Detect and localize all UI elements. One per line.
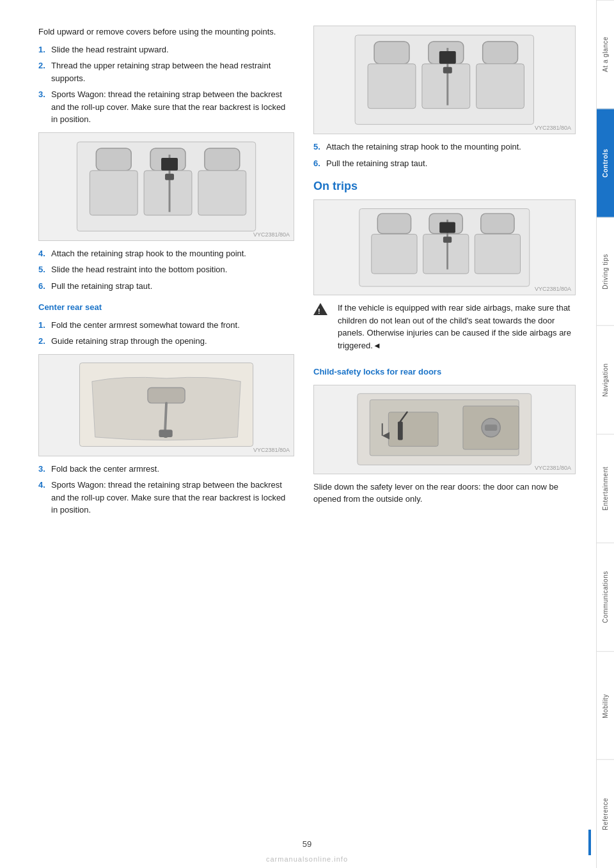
list-item: 4. Attach the retaining strap hook to th… — [38, 247, 294, 260]
sidebar-tab-reference[interactable]: Reference — [597, 759, 614, 868]
svg-rect-3 — [205, 148, 240, 171]
warning-icon — [313, 303, 327, 315]
warning-text: If the vehicle is equipped with rear sid… — [338, 302, 576, 352]
sidebar-tab-communications[interactable]: Communications — [597, 543, 614, 651]
step-number: 3. — [38, 463, 51, 476]
step-number: 6. — [313, 157, 326, 170]
svg-rect-33 — [439, 222, 455, 233]
illus-label-1: VYC2381/80A — [253, 231, 290, 238]
svg-rect-40 — [485, 424, 497, 431]
step-number: 5. — [38, 263, 51, 276]
step-text: Fold back the center armrest. — [51, 463, 294, 476]
svg-rect-23 — [439, 51, 456, 64]
svg-rect-8 — [165, 174, 174, 180]
svg-rect-13 — [159, 430, 172, 438]
list-item: 6. Pull the retaining strap taut. — [38, 280, 294, 293]
step-text: Thread the upper retaining strap between… — [51, 59, 294, 84]
illus-label-2: VYC2381/80A — [253, 447, 290, 453]
step-number: 1. — [38, 319, 51, 332]
sidebar: At a glance Controls Driving tips Naviga… — [596, 0, 614, 868]
step-number: 4. — [38, 247, 51, 260]
step-number: 4. — [38, 479, 51, 516]
center-rear-seat-heading: Center rear seat — [38, 301, 294, 314]
steps-right-top: 5. Attach the retaining strap hook to th… — [313, 141, 576, 169]
child-safety-text: Slide down the safety lever on the rear … — [313, 481, 576, 506]
list-item: 5. Slide the head restraint into the bot… — [38, 263, 294, 276]
child-safety-heading: Child-safety locks for rear doors — [313, 366, 576, 378]
svg-rect-6 — [198, 171, 246, 215]
page-marker — [588, 830, 591, 855]
right-column: VYC2381/80A 5. Attach the retaining stra… — [307, 26, 576, 842]
illus-label-3: VYC2381/80A — [535, 125, 571, 131]
list-item: 1. Fold the center armrest somewhat towa… — [38, 319, 294, 332]
left-column: Fold upward or remove covers before usin… — [38, 26, 307, 842]
step-text: Pull the retaining strap taut. — [326, 157, 576, 170]
step-text: Slide the head restraint into the bottom… — [51, 263, 294, 276]
steps-top-list: 1. Slide the head restraint upward. 2. T… — [38, 43, 294, 126]
svg-rect-9 — [161, 158, 178, 171]
list-item: 3. Fold back the center armrest. — [38, 463, 294, 476]
svg-rect-25 — [378, 213, 411, 233]
svg-rect-37 — [398, 421, 403, 440]
illustration-2: VYC2381/80A — [38, 354, 294, 456]
page-number: 59 — [303, 839, 311, 849]
step-text: Fold the center armrest somewhat toward … — [51, 319, 294, 332]
svg-rect-20 — [476, 64, 524, 109]
steps-mid-list: 4. Attach the retaining strap hook to th… — [38, 247, 294, 293]
svg-rect-30 — [475, 234, 520, 274]
on-trips-heading: On trips — [313, 180, 576, 193]
list-item: 4. Sports Wagon: thread the retaining st… — [38, 479, 294, 516]
step-number: 3. — [38, 88, 51, 126]
step-text: Slide the head restraint upward. — [51, 43, 294, 56]
sidebar-tab-entertainment[interactable]: Entertainment — [597, 434, 614, 543]
svg-rect-27 — [481, 213, 514, 233]
illustration-4: VYC2381/80A — [313, 199, 576, 295]
list-item: 5. Attach the retaining strap hook to th… — [313, 141, 576, 153]
step-number: 2. — [38, 59, 51, 84]
illustration-3: VYC2381/80A — [313, 26, 576, 134]
step-text: Pull the retaining strap taut. — [51, 280, 294, 293]
step-number: 5. — [313, 141, 326, 153]
svg-rect-18 — [368, 64, 416, 109]
sidebar-tab-navigation[interactable]: Navigation — [597, 325, 614, 434]
svg-rect-22 — [443, 67, 452, 74]
list-item: 3. Sports Wagon: thread the retaining st… — [38, 88, 294, 126]
warning-box: If the vehicle is equipped with rear sid… — [313, 302, 576, 357]
illus-label-4: VYC2381/80A — [535, 286, 571, 292]
steps-center-list: 1. Fold the center armrest somewhat towa… — [38, 319, 294, 348]
sidebar-tab-at-a-glance[interactable]: At a glance — [597, 0, 614, 109]
step-number: 1. — [38, 43, 51, 56]
step-text: Guide retaining strap through the openin… — [51, 335, 294, 348]
step-text: Attach the retaining strap hook to the m… — [51, 247, 294, 260]
illus-label-5: VYC2381/80A — [535, 465, 571, 471]
illustration-1: VYC2381/80A — [38, 132, 294, 241]
svg-rect-32 — [443, 236, 452, 242]
step-text: Sports Wagon: thread the retaining strap… — [51, 88, 294, 126]
step-number: 6. — [38, 280, 51, 293]
svg-rect-15 — [374, 42, 409, 64]
svg-rect-11 — [148, 388, 185, 403]
list-item: 1. Slide the head restraint upward. — [38, 43, 294, 56]
sidebar-tab-controls[interactable]: Controls — [597, 109, 614, 217]
list-item: 2. Guide retaining strap through the ope… — [38, 335, 294, 348]
svg-rect-17 — [483, 42, 518, 64]
intro-text: Fold upward or remove covers before usin… — [38, 26, 294, 38]
step-number: 2. — [38, 335, 51, 348]
sidebar-tab-driving-tips[interactable]: Driving tips — [597, 217, 614, 326]
svg-rect-1 — [96, 148, 131, 171]
list-item: 2. Thread the upper retaining strap betw… — [38, 59, 294, 84]
svg-rect-36 — [389, 412, 439, 446]
list-item: 6. Pull the retaining strap taut. — [313, 157, 576, 170]
sidebar-tab-mobility[interactable]: Mobility — [597, 651, 614, 760]
svg-rect-4 — [90, 171, 138, 215]
steps-bottom-list: 3. Fold back the center armrest. 4. Spor… — [38, 463, 294, 516]
watermark: carmanualsonline.info — [266, 855, 348, 863]
illustration-5: VYC2381/80A — [313, 385, 576, 474]
step-text: Attach the retaining strap hook to the m… — [326, 141, 576, 153]
step-text: Sports Wagon: thread the retaining strap… — [51, 479, 294, 516]
svg-rect-28 — [372, 234, 417, 274]
